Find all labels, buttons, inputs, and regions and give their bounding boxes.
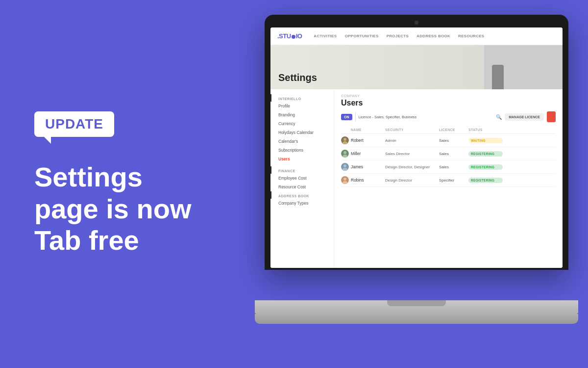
sidebar-profile[interactable]: Profile [270, 102, 334, 110]
laptop-notch [387, 300, 446, 306]
status-badge: REGISTERING [468, 164, 503, 170]
filter-bar: ON Licence - Sales, Specifier, Business … [341, 111, 556, 122]
user-licence: Sales [439, 165, 468, 169]
app-sidebar: INTERIELLO Profile Branding Currency Hol… [270, 89, 334, 268]
laptop-screen: .STUIO ACTIVITIES OPPORTUNITIES PROJECTS… [270, 27, 563, 268]
sidebar-section-address-book: ADDRESS BOOK [270, 191, 334, 199]
sidebar-employee-cost[interactable]: Employee Cost [270, 174, 334, 183]
laptop-base [255, 300, 578, 314]
nav-projects[interactable]: PROJECTS [387, 34, 409, 38]
manage-licence-button[interactable]: MANAGE LICENCE [505, 113, 544, 121]
status-badge: REGISTERING [468, 178, 503, 183]
filter-divider [355, 112, 356, 121]
sidebar-currency[interactable]: Currency [270, 119, 334, 128]
app-hero: Settings [270, 45, 563, 89]
hero-title: Settings [278, 72, 317, 83]
user-licence: Sales [439, 152, 468, 156]
avatar [341, 136, 349, 144]
sidebar-company-types[interactable]: Company Types [270, 199, 334, 208]
app-logo: .STUIO [277, 32, 302, 40]
app-body: INTERIELLO Profile Branding Currency Hol… [270, 89, 563, 268]
camera-dot [415, 21, 418, 25]
laptop: .STUIO ACTIVITIES OPPORTUNITIES PROJECTS… [255, 15, 578, 334]
headline: Settings page is now Tab free [34, 161, 225, 256]
nav-resources[interactable]: RESOURCES [458, 34, 484, 38]
headline-line2: page is now [34, 193, 225, 225]
svg-point-1 [343, 138, 346, 141]
table-row[interactable]: Miller Sales Director Sales REGISTERING [341, 147, 556, 160]
sidebar-holydays[interactable]: Holydays Calendar [270, 128, 334, 137]
user-name: Robins [351, 178, 385, 183]
user-security: Design Director, Designer [385, 165, 439, 169]
headline-line3: Tab free [34, 225, 225, 256]
nav-opportunities[interactable]: OPPORTUNITIES [344, 34, 378, 38]
sidebar-calendars[interactable]: Calendar's [270, 137, 334, 146]
user-security: Admin [385, 138, 439, 143]
svg-point-4 [343, 151, 346, 154]
user-licence: Specifier [439, 178, 468, 183]
table-row[interactable]: James Design Director, Designer Sales RE… [341, 160, 556, 174]
left-panel: UPDATE Settings page is now Tab free [0, 0, 255, 368]
sidebar-section-interiello: INTERIELLO [270, 94, 334, 102]
logo-dot [292, 35, 295, 39]
col-header-licence: LICENCE [439, 128, 468, 131]
hero-figure [492, 65, 504, 89]
sidebar-branding[interactable]: Branding [270, 110, 334, 119]
avatar [341, 150, 349, 158]
filter-on-badge[interactable]: ON [341, 114, 352, 120]
avatar [341, 176, 349, 184]
update-badge-text: UPDATE [45, 116, 103, 132]
user-name: Robert [351, 138, 385, 143]
section-title: Users [341, 99, 556, 107]
company-label: COMPANY [341, 94, 556, 98]
user-security: Design Director [385, 178, 439, 183]
add-button[interactable] [547, 111, 556, 122]
user-security: Sales Director [385, 152, 439, 156]
right-panel: .STUIO ACTIVITIES OPPORTUNITIES PROJECTS… [255, 15, 588, 353]
table-header: NAME SECURITY LICENCE STATUS [341, 126, 556, 134]
headline-line1: Settings [34, 161, 225, 193]
user-name: Miller [351, 151, 385, 156]
status-badge: WAITING [468, 138, 503, 143]
search-icon[interactable]: 🔍 [496, 114, 502, 120]
user-licence: Sales [439, 138, 468, 143]
sidebar-resource-cost[interactable]: Resource Cost [270, 183, 334, 191]
app-nav: .STUIO ACTIVITIES OPPORTUNITIES PROJECTS… [270, 27, 563, 45]
table-row[interactable]: Robert Admin Sales WAITING [341, 134, 556, 147]
nav-activities[interactable]: ACTIVITIES [314, 34, 337, 38]
laptop-screen-outer: .STUIO ACTIVITIES OPPORTUNITIES PROJECTS… [265, 15, 568, 270]
svg-point-10 [343, 178, 346, 181]
sidebar-subscriptions[interactable]: Subscriptions [270, 146, 334, 155]
avatar [341, 163, 349, 171]
col-header-status: STATUS [468, 128, 503, 131]
filter-text: Licence - Sales, Specifier, Business [359, 115, 493, 119]
svg-point-7 [343, 164, 346, 167]
col-header-avatar [341, 128, 351, 131]
sidebar-section-finance: FINANCE [270, 166, 334, 174]
status-badge: REGISTERING [468, 151, 503, 157]
app-main: COMPANY Users ON Licence - Sales, Specif… [334, 89, 563, 268]
nav-address-book[interactable]: ADDRESS BOOK [416, 34, 450, 38]
user-name: James [351, 164, 385, 169]
sidebar-users[interactable]: Users [270, 155, 334, 163]
col-header-name: NAME [351, 128, 385, 131]
table-row[interactable]: Robins Design Director Specifier REGISTE… [341, 174, 556, 187]
col-header-security: SECURITY [385, 128, 439, 131]
laptop-foot [255, 314, 578, 324]
update-badge: UPDATE [34, 111, 114, 137]
